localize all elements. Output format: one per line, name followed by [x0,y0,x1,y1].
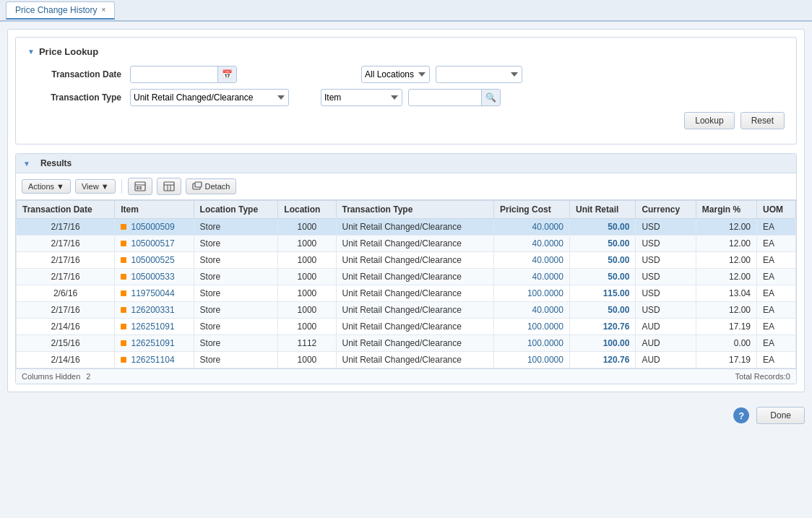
item-status-icon [121,274,126,280]
table-row[interactable]: 2/15/16 126251091 Store 1112 Unit Retail… [17,335,796,352]
item-status-icon [121,290,126,296]
calendar-icon[interactable]: 📅 [217,66,236,82]
cell-pricing-cost: 40.0000 [493,236,569,252]
table-row[interactable]: 2/17/16 105000525 Store 1000 Unit Retail… [17,252,796,269]
export-icon-button[interactable] [128,178,152,195]
cell-tx-type: Unit Retail Changed/Clearance [336,269,493,285]
price-change-history-tab[interactable]: Price Change History × [6,1,115,20]
item-link[interactable]: 119750044 [131,288,174,298]
cell-location: 1000 [278,269,336,285]
collapse-arrow-icon[interactable]: ▼ [27,48,35,56]
cell-loc-type: Store [194,252,278,269]
cell-trans-date: 2/17/16 [17,269,115,285]
transaction-date-input[interactable]: 📅 [130,66,237,83]
cell-item[interactable]: 126251091 [115,335,194,352]
cell-item[interactable]: 126251091 [115,319,194,335]
item-link[interactable]: 126251104 [131,355,174,365]
item-link[interactable]: 126251091 [131,321,174,332]
table-row[interactable]: 2/14/16 126251091 Store 1000 Unit Retail… [17,319,796,335]
col-location-type[interactable]: Location Type [194,201,278,219]
results-table: Transaction Date Item Location Type Loca… [16,200,796,368]
cell-trans-date: 2/15/16 [17,335,115,352]
item-search-input[interactable]: 🔍 [408,89,501,106]
edit-columns-button[interactable] [157,178,181,195]
location-filter-select[interactable]: All Locations Store Warehouse [361,66,430,83]
main-content: ▼ Price Lookup Transaction Date 📅 All Lo… [7,29,805,392]
cell-item[interactable]: 119750044 [115,285,194,302]
cell-margin: 17.19 [696,319,756,335]
col-transaction-type[interactable]: Transaction Type [336,201,493,219]
item-link[interactable]: 126200331 [131,305,174,315]
cell-location: 1000 [278,302,336,319]
price-lookup-title: Price Lookup [39,46,98,57]
item-filter-select[interactable]: Item Item Description [321,89,402,106]
view-menu-button[interactable]: View ▼ [75,179,116,194]
search-icon[interactable]: 🔍 [481,90,500,105]
results-title: Results [40,158,72,168]
detach-button[interactable]: Detach [186,178,237,194]
item-status-icon [121,307,126,313]
cell-tx-type: Unit Retail Changed/Clearance [336,335,493,352]
svg-rect-2 [137,186,139,188]
cell-margin: 12.00 [696,219,756,236]
col-uom[interactable]: UOM [757,201,796,219]
cell-item[interactable]: 105000525 [115,252,194,269]
table-row[interactable]: 2/14/16 126251104 Store 1000 Unit Retail… [17,352,796,368]
help-button[interactable]: ? [733,407,749,423]
transaction-date-field[interactable] [131,67,217,82]
cell-currency: USD [636,269,696,285]
done-button[interactable]: Done [756,407,805,424]
item-status-icon [121,357,126,363]
cell-trans-date: 2/6/16 [17,285,115,302]
item-link[interactable]: 126251091 [131,338,174,348]
col-transaction-date[interactable]: Transaction Date [17,201,115,219]
tab-close-icon[interactable]: × [101,6,105,14]
cell-trans-date: 2/17/16 [17,219,115,236]
cell-margin: 0.00 [696,335,756,352]
item-status-icon [121,340,126,346]
item-search-field[interactable] [409,90,481,105]
item-link[interactable]: 105000509 [131,222,174,232]
total-records: Total Records:0 [735,372,790,381]
cell-pricing-cost: 40.0000 [493,302,569,319]
table-row[interactable]: 2/17/16 126200331 Store 1000 Unit Retail… [17,302,796,319]
actions-menu-button[interactable]: Actions ▼ [22,179,71,194]
transaction-type-select[interactable]: Unit Retail Changed/Clearance All Transa… [130,89,289,106]
col-unit-retail[interactable]: Unit Retail [569,201,635,219]
cell-margin: 17.19 [696,352,756,368]
cell-location: 1000 [278,285,336,302]
results-collapse-icon[interactable]: ▼ [23,160,30,168]
col-item[interactable]: Item [115,201,194,219]
cell-unit-retail: 50.00 [569,236,635,252]
form-row-2: Transaction Type Unit Retail Changed/Cle… [27,89,785,106]
cell-pricing-cost: 100.0000 [493,285,569,302]
results-table-wrapper[interactable]: Transaction Date Item Location Type Loca… [16,200,796,368]
table-row[interactable]: 2/17/16 105000509 Store 1000 Unit Retail… [17,219,796,236]
cell-currency: AUD [636,352,696,368]
item-link[interactable]: 105000533 [131,272,174,282]
table-row[interactable]: 2/17/16 105000517 Store 1000 Unit Retail… [17,236,796,252]
col-currency[interactable]: Currency [636,201,696,219]
cell-item[interactable]: 105000533 [115,269,194,285]
cell-item[interactable]: 105000509 [115,219,194,236]
item-link[interactable]: 105000517 [131,238,174,249]
cell-item[interactable]: 126200331 [115,302,194,319]
col-pricing-cost[interactable]: Pricing Cost [493,201,569,219]
location-sub-filter-select[interactable] [436,66,522,83]
col-margin[interactable]: Margin % [696,201,756,219]
cell-trans-date: 2/17/16 [17,236,115,252]
table-row[interactable]: 2/17/16 105000533 Store 1000 Unit Retail… [17,269,796,285]
page-bottom: ? Done [0,400,812,431]
price-lookup-header: ▼ Price Lookup [27,46,785,57]
cell-margin: 12.00 [696,302,756,319]
reset-button[interactable]: Reset [740,112,785,129]
cell-unit-retail: 50.00 [569,269,635,285]
cell-loc-type: Store [194,335,278,352]
item-link[interactable]: 105000525 [131,255,174,265]
table-row[interactable]: 2/6/16 119750044 Store 1000 Unit Retail … [17,285,796,302]
cell-item[interactable]: 105000517 [115,236,194,252]
col-location[interactable]: Location [278,201,336,219]
lookup-button[interactable]: Lookup [684,112,734,129]
cell-loc-type: Store [194,269,278,285]
cell-item[interactable]: 126251104 [115,352,194,368]
